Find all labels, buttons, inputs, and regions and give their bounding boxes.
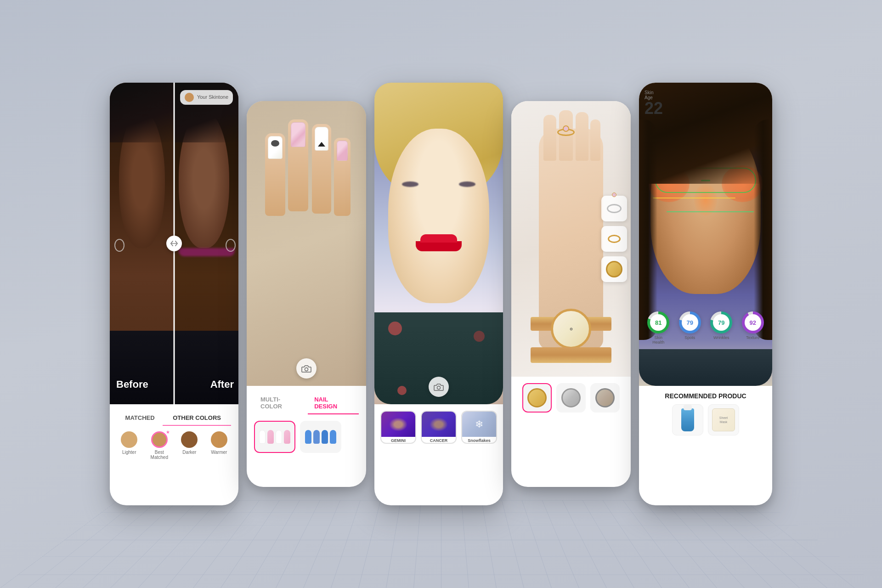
swatch-darker-label: Darker	[182, 450, 196, 455]
camera-icon-lipstick	[434, 383, 444, 391]
floral-1	[388, 322, 402, 335]
jewelry-thumb-watch-2[interactable]	[556, 383, 586, 413]
red-lipstick	[416, 241, 462, 251]
tab-matched[interactable]: MATCHED	[117, 411, 163, 426]
gauge-inner-wrinkles: 79	[713, 314, 729, 331]
tab-nail-design[interactable]: NAIL DESIGN	[308, 392, 359, 414]
divider-handle[interactable]	[166, 236, 182, 251]
jewelry-thumb-watch-3[interactable]	[590, 383, 620, 413]
watch-band-bottom	[531, 347, 611, 363]
phone-skin-analysis: SkinAge 22 81 SkinHealth 79	[639, 83, 772, 505]
tab-multi-color[interactable]: MULTI-COLOR	[254, 392, 308, 414]
camera-icon	[301, 364, 311, 373]
nail-designs-list	[254, 421, 359, 453]
ring-thumb-icon	[607, 204, 622, 213]
jewelry-thumb-watch-selected[interactable]	[522, 383, 552, 413]
nail-design-white-art[interactable]	[254, 421, 295, 453]
phone-skintone: Before After Your Skintone MATCHED OTHER…	[110, 83, 238, 505]
side-thumb-ring[interactable]	[601, 196, 627, 221]
skintone-bottom-bar: MATCHED OTHER COLORS Lighter BestMatched…	[110, 404, 238, 467]
nail-art-1	[271, 140, 279, 147]
skintone-badge: Your Skintone	[180, 90, 233, 105]
side-thumb-watch[interactable]	[601, 256, 627, 282]
mini-nail-4	[284, 430, 290, 444]
handle-arrows-icon	[170, 240, 178, 247]
gauge-texture: 92	[742, 311, 764, 334]
cancer-label: CANCER	[422, 437, 456, 444]
jewelry-watch-icon-2	[561, 388, 581, 407]
mini-nail-b3	[322, 430, 328, 444]
before-label: Before	[116, 379, 148, 390]
phones-container: Before After Your Skintone MATCHED OTHER…	[82, 64, 800, 524]
gauge-inner-spots: 79	[682, 314, 698, 331]
after-label: After	[210, 379, 234, 390]
swatch-darker-circle	[181, 431, 198, 448]
finger-2	[288, 119, 308, 211]
nail-photo-area	[247, 101, 366, 386]
metric-wrinkles: 79 Wrinkles	[710, 311, 732, 345]
metric-wrinkles-label: Wrinkles	[713, 335, 729, 340]
earring-right-after	[226, 239, 236, 252]
product-thumb-mask[interactable]: SheetMask	[708, 404, 739, 435]
nail-4-glitter	[337, 141, 348, 161]
shirt-analysis	[639, 349, 772, 386]
ring-gem	[563, 125, 569, 132]
camera-button-lipstick[interactable]	[429, 377, 449, 397]
style-option-cancer[interactable]: CANCER	[421, 411, 457, 444]
face-skin	[388, 129, 489, 303]
svg-point-2	[437, 386, 441, 390]
swatch-best-matched[interactable]: BestMatched	[151, 431, 168, 460]
jewelry-watch-icon-3	[595, 388, 615, 407]
before-after-area: Before After Your Skintone	[110, 83, 238, 404]
recommended-header: RECOMMENDED PRODUC	[645, 392, 767, 400]
nail-thumb-art-1	[256, 424, 293, 450]
hair-left	[639, 119, 657, 340]
nail-thumb-art-2	[302, 424, 339, 450]
analysis-line-2	[667, 211, 754, 212]
product-thumb-tube[interactable]	[672, 404, 703, 435]
swatch-best-matched-circle	[151, 431, 168, 448]
camera-button-nail[interactable]	[296, 358, 317, 379]
tube-product-icon	[681, 408, 694, 431]
mini-nail-b4	[330, 430, 336, 444]
jewelry-side-thumbnails	[601, 196, 627, 282]
skintone-tabs: MATCHED OTHER COLORS	[117, 411, 231, 426]
lipstick-bottom-bar: GEMINI CANCER ❄ Snowflakes	[374, 404, 503, 448]
color-swatches-row: Lighter BestMatched Darker Warmer	[110, 431, 238, 463]
finger-c	[576, 112, 588, 161]
skintone-badge-label: Your Skintone	[197, 94, 228, 100]
metric-skin-health-label: SkinHealth	[652, 335, 664, 345]
gemini-label: GEMINI	[381, 437, 415, 444]
finger-3	[312, 124, 331, 214]
shirt-before	[110, 331, 174, 404]
skin-age-badge: SkinAge 22	[645, 90, 663, 117]
metric-texture-label: Texture	[746, 335, 760, 340]
style-option-snowflakes[interactable]: ❄ Snowflakes	[461, 411, 497, 444]
nail-3	[315, 127, 328, 151]
lipstick-photo-area	[374, 83, 503, 404]
mini-nail-b1	[305, 430, 311, 444]
ring-on-finger	[557, 129, 575, 136]
red-lipstick-upper	[420, 234, 457, 243]
swatch-lighter[interactable]: Lighter	[121, 431, 137, 460]
tab-other-colors[interactable]: OTHER COLORS	[163, 411, 231, 426]
jewelry-bottom-bar	[511, 377, 631, 417]
swatch-warmer[interactable]: Warmer	[211, 431, 227, 460]
side-thumb-ring2[interactable]	[601, 226, 627, 252]
jewelry-thumbnails-row	[517, 383, 625, 413]
mini-nail-1	[259, 430, 266, 444]
watch-thumb-icon	[606, 261, 622, 277]
earring-left-before	[114, 239, 124, 252]
gauge-wrinkles: 79	[710, 311, 732, 334]
watch-face: ⊙	[551, 309, 591, 349]
nail-1	[268, 136, 283, 159]
gauge-spots: 79	[679, 311, 701, 334]
swatch-darker[interactable]: Darker	[181, 431, 198, 460]
jewelry-photo-area: ⊙	[511, 101, 631, 377]
gauge-inner-texture: 92	[745, 314, 761, 331]
finger-4	[334, 138, 351, 216]
swatch-lighter-circle	[121, 431, 137, 448]
style-option-gemini[interactable]: GEMINI	[380, 411, 416, 444]
right-eye	[459, 181, 475, 187]
nail-design-blue[interactable]	[300, 421, 341, 453]
